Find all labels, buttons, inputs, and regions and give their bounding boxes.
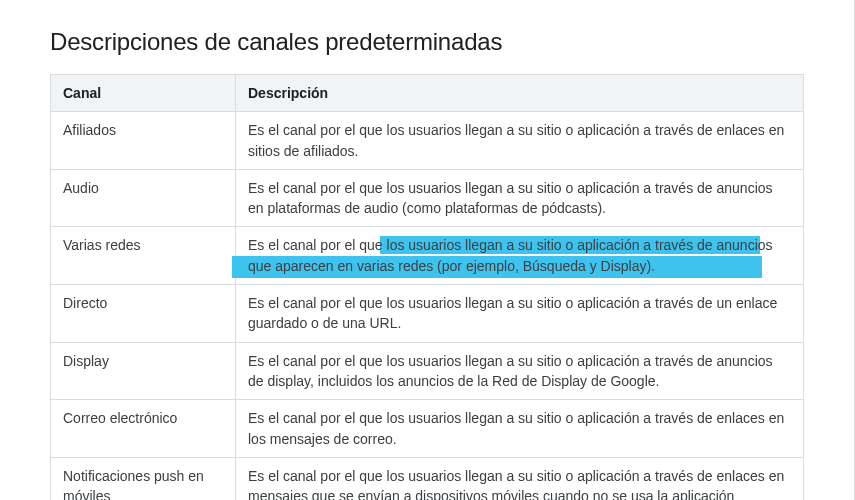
cell-channel: Audio [51, 169, 236, 227]
cell-channel: Varias redes [51, 227, 236, 285]
table-row: Afiliados Es el canal por el que los usu… [51, 112, 804, 170]
cell-channel-text: Varias redes [63, 237, 141, 253]
cell-description: Es el canal por el que los usuarios lleg… [236, 227, 804, 285]
cell-description: Es el canal por el que los usuarios lleg… [236, 342, 804, 400]
header-channel: Canal [51, 75, 236, 112]
table-row: Audio Es el canal por el que los usuario… [51, 169, 804, 227]
cell-channel: Directo [51, 285, 236, 343]
cell-channel: Display [51, 342, 236, 400]
table-row: Display Es el canal por el que los usuar… [51, 342, 804, 400]
channels-table: Canal Descripción Afiliados Es el canal … [50, 74, 804, 500]
cell-channel: Notificaciones push en móviles [51, 457, 236, 500]
table-row: Correo electrónico Es el canal por el qu… [51, 400, 804, 458]
table-row: Varias redes Es el canal por el que los … [51, 227, 804, 285]
table-header-row: Canal Descripción [51, 75, 804, 112]
cell-description: Es el canal por el que los usuarios lleg… [236, 400, 804, 458]
cell-channel: Afiliados [51, 112, 236, 170]
table-row: Notificaciones push en móviles Es el can… [51, 457, 804, 500]
cell-description: Es el canal por el que los usuarios lleg… [236, 457, 804, 500]
header-description: Descripción [236, 75, 804, 112]
cell-description: Es el canal por el que los usuarios lleg… [236, 169, 804, 227]
cell-description: Es el canal por el que los usuarios lleg… [236, 285, 804, 343]
page-title: Descripciones de canales predeterminadas [50, 28, 804, 56]
cell-channel: Correo electrónico [51, 400, 236, 458]
table-row: Directo Es el canal por el que los usuar… [51, 285, 804, 343]
cell-description: Es el canal por el que los usuarios lleg… [236, 112, 804, 170]
